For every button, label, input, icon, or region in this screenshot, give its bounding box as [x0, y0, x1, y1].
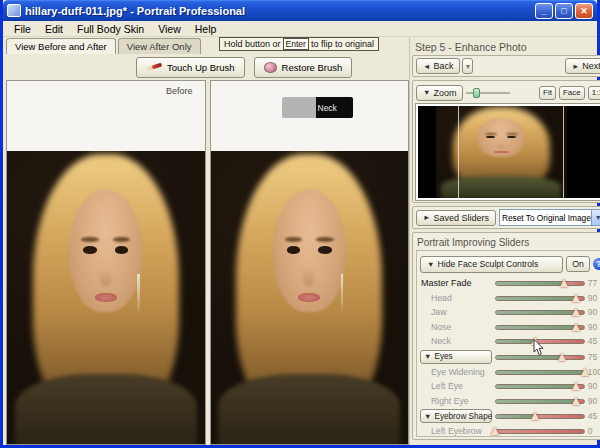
slider-row: ▼ Eyebrow Shape 45: [420, 408, 600, 424]
slider-row: Nose 90: [420, 320, 600, 335]
slider-thumb[interactable]: [491, 427, 499, 435]
group-down-arrow-icon: ▼: [424, 412, 431, 421]
slider-thumb[interactable]: [572, 382, 580, 390]
sculpt-help-icon[interactable]: ?: [593, 258, 600, 270]
slider-label: Jaw: [420, 307, 492, 317]
slider-thumb[interactable]: [572, 397, 580, 405]
slider-control[interactable]: [495, 321, 585, 333]
saved-sliders-box: ► Saved Sliders Reset To Original Image …: [412, 206, 600, 229]
slider-row: Left Eyebrow 0: [420, 424, 600, 437]
title-bar[interactable]: hillary-duff-011.jpg* - Portrait Profess…: [3, 0, 597, 21]
view-tab-bar: View Before and After View After Only Ho…: [6, 37, 409, 54]
before-image-panel[interactable]: Before: [6, 80, 206, 445]
before-photo[interactable]: [7, 151, 205, 444]
zoom-box: ▼ Zoom Fit Face 1:1 ▼: [412, 80, 600, 203]
step-title: Step 5 - Enhance Photo: [415, 41, 600, 53]
group-down-arrow-icon: ▼: [424, 352, 431, 361]
menu-help[interactable]: Help: [188, 23, 224, 35]
zoom-button[interactable]: ▼ Zoom: [416, 85, 463, 101]
slider-value: 0: [588, 426, 600, 436]
slider-control[interactable]: [495, 292, 585, 304]
slider-row: Jaw 90: [420, 305, 600, 320]
slider-label: Left Eyebrow: [420, 426, 492, 436]
crop-line-left[interactable]: [458, 106, 459, 198]
slider-track[interactable]: [495, 370, 585, 375]
slider-list-area: ▼ Hide Face Sculpt Controls On ? Master …: [416, 250, 600, 437]
slider-control[interactable]: [495, 335, 585, 347]
slider-track[interactable]: [495, 281, 585, 286]
slider-control[interactable]: [495, 306, 585, 318]
slider-label: Right Eye: [420, 396, 492, 406]
back-dropdown-button[interactable]: ▼: [462, 58, 473, 74]
tab-view-before-and-after[interactable]: View Before and After: [6, 38, 116, 54]
neck-tooltip-label: Neck: [316, 97, 353, 118]
slider-group-button[interactable]: ▼ Eyes: [420, 350, 492, 364]
reset-dropdown-value: Reset To Original Image: [500, 213, 591, 223]
maximize-button[interactable]: □: [555, 3, 573, 19]
slider-control[interactable]: [495, 277, 585, 289]
app-window: hillary-duff-011.jpg* - Portrait Profess…: [0, 0, 600, 448]
zoom-slider-thumb[interactable]: [473, 88, 480, 98]
slider-track[interactable]: [495, 414, 585, 419]
navigator-thumbnail[interactable]: [416, 104, 600, 200]
slider-value: 90: [588, 322, 600, 332]
close-button[interactable]: ✕: [575, 3, 593, 19]
slider-control[interactable]: [495, 425, 585, 437]
menu-full-body-skin[interactable]: Full Body Skin: [70, 23, 151, 35]
slider-value: 100: [588, 367, 600, 377]
back-button-label: Back: [433, 61, 453, 71]
portrait-sliders-box: Portrait Improving Sliders ? ▼ Hide Face…: [412, 232, 600, 440]
zoom-slider[interactable]: [466, 88, 510, 97]
slider-thumb[interactable]: [558, 353, 566, 361]
menu-file[interactable]: File: [7, 23, 38, 35]
slider-value: 90: [588, 396, 600, 406]
reset-dropdown[interactable]: Reset To Original Image ▼: [499, 209, 600, 226]
slider-label: Head: [420, 293, 492, 303]
slider-group-button[interactable]: ▼ Eyebrow Shape: [420, 409, 492, 423]
slider-thumb[interactable]: [572, 294, 580, 302]
menu-view[interactable]: View: [151, 23, 188, 35]
after-image-panel[interactable]: Neck: [210, 80, 410, 445]
restore-brush-button[interactable]: Restore Brush: [254, 57, 353, 78]
next-arrow-icon: ►: [572, 62, 579, 71]
flip-hint-label: Hold button orEnterto flip to original: [219, 37, 379, 51]
slider-control[interactable]: [495, 410, 585, 422]
slider-value: 77: [588, 278, 600, 288]
slider-control[interactable]: [495, 380, 585, 392]
slider-thumb[interactable]: [531, 412, 539, 420]
slider-rows: Master Fade 77 Head 90 Jaw 90 Nose: [420, 276, 600, 437]
fit-button[interactable]: Fit: [539, 86, 556, 100]
menu-edit[interactable]: Edit: [38, 23, 70, 35]
touch-up-brush-label: Touch Up Brush: [167, 62, 235, 73]
next-button[interactable]: ► Next: [565, 58, 600, 74]
touch-up-brush-button[interactable]: Touch Up Brush: [136, 57, 245, 78]
slider-thumb[interactable]: [581, 368, 589, 376]
tab-view-after-only[interactable]: View After Only: [118, 38, 201, 54]
slider-thumb[interactable]: [572, 308, 580, 316]
on-button[interactable]: On: [566, 256, 590, 272]
slider-row: Head 90: [420, 291, 600, 306]
zoom-button-label: Zoom: [433, 88, 456, 98]
slider-track[interactable]: [495, 429, 585, 434]
slider-thumb[interactable]: [572, 323, 580, 331]
hide-face-sculpt-label: Hide Face Sculpt Controls: [437, 259, 538, 269]
one-to-one-button[interactable]: 1:1: [588, 86, 600, 100]
after-photo[interactable]: [211, 151, 409, 444]
slider-group-label: Eyebrow Shape: [434, 412, 492, 421]
hide-face-sculpt-button[interactable]: ▼ Hide Face Sculpt Controls: [420, 256, 563, 273]
crop-line-right[interactable]: [563, 106, 564, 198]
restore-brush-label: Restore Brush: [282, 62, 343, 73]
slider-row: Right Eye 90: [420, 394, 600, 409]
face-button[interactable]: Face: [559, 86, 585, 100]
slider-label: Eye Widening: [420, 367, 492, 377]
back-button[interactable]: ◄ Back: [416, 58, 460, 74]
enter-key-label: Enter: [283, 38, 309, 50]
combo-arrow-icon[interactable]: ▼: [591, 210, 600, 225]
slider-control[interactable]: [495, 366, 585, 378]
slider-label: Neck: [420, 336, 492, 346]
slider-row: Neck 45: [420, 334, 600, 349]
slider-control[interactable]: [495, 395, 585, 407]
minimize-button[interactable]: _: [535, 3, 553, 19]
saved-sliders-button[interactable]: ► Saved Sliders: [416, 210, 496, 226]
slider-thumb[interactable]: [560, 279, 568, 287]
